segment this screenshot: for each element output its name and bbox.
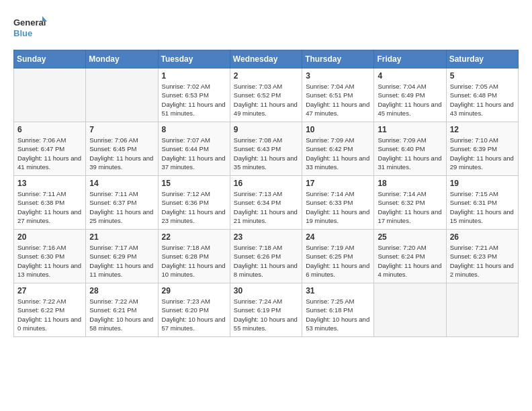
day-info: Sunrise: 7:05 AMSunset: 6:48 PMDaylight:… <box>450 82 515 118</box>
day-info: Sunrise: 7:11 AMSunset: 6:37 PMDaylight:… <box>89 189 154 225</box>
logo: General Blue <box>13 13 47 43</box>
day-info: Sunrise: 7:04 AMSunset: 6:51 PMDaylight:… <box>306 82 370 118</box>
day-info: Sunrise: 7:06 AMSunset: 6:47 PMDaylight:… <box>17 136 82 171</box>
calendar-table: SundayMondayTuesdayWednesdayThursdayFrid… <box>13 50 519 337</box>
day-info: Sunrise: 7:07 AMSunset: 6:44 PMDaylight:… <box>162 136 226 171</box>
day-number: 18 <box>378 179 442 188</box>
calendar-day: 27 Sunrise: 7:22 AMSunset: 6:22 PMDaylig… <box>14 283 86 337</box>
day-info: Sunrise: 7:24 AMSunset: 6:19 PMDaylight:… <box>234 297 298 332</box>
day-number: 8 <box>162 125 226 134</box>
weekday-header-tuesday: Tuesday <box>158 50 230 68</box>
day-info: Sunrise: 7:04 AMSunset: 6:49 PMDaylight:… <box>378 82 442 118</box>
day-info: Sunrise: 7:14 AMSunset: 6:32 PMDaylight:… <box>378 189 442 225</box>
calendar-day: 20 Sunrise: 7:16 AMSunset: 6:30 PMDaylig… <box>14 230 86 283</box>
weekday-header-row: SundayMondayTuesdayWednesdayThursdayFrid… <box>14 50 519 68</box>
day-number: 19 <box>450 179 515 188</box>
day-number: 12 <box>450 125 515 134</box>
calendar-day: 25 Sunrise: 7:20 AMSunset: 6:24 PMDaylig… <box>374 230 446 283</box>
day-number: 5 <box>450 71 515 81</box>
day-number: 9 <box>234 125 298 134</box>
calendar-day <box>14 68 86 122</box>
day-info: Sunrise: 7:16 AMSunset: 6:30 PMDaylight:… <box>17 243 82 279</box>
calendar-day: 1 Sunrise: 7:02 AMSunset: 6:53 PMDayligh… <box>158 68 230 122</box>
day-info: Sunrise: 7:08 AMSunset: 6:43 PMDaylight:… <box>234 136 298 171</box>
day-number: 24 <box>306 232 370 242</box>
day-info: Sunrise: 7:13 AMSunset: 6:34 PMDaylight:… <box>234 189 298 225</box>
calendar-day: 13 Sunrise: 7:11 AMSunset: 6:38 PMDaylig… <box>14 176 86 230</box>
day-info: Sunrise: 7:22 AMSunset: 6:22 PMDaylight:… <box>17 297 82 332</box>
day-info: Sunrise: 7:14 AMSunset: 6:33 PMDaylight:… <box>306 189 370 225</box>
day-info: Sunrise: 7:21 AMSunset: 6:23 PMDaylight:… <box>450 243 515 279</box>
weekday-header-wednesday: Wednesday <box>230 50 302 68</box>
day-number: 6 <box>17 125 82 134</box>
day-number: 20 <box>17 232 82 242</box>
calendar-day: 15 Sunrise: 7:12 AMSunset: 6:36 PMDaylig… <box>158 176 230 230</box>
day-number: 31 <box>306 286 370 295</box>
day-number: 26 <box>450 232 515 242</box>
day-number: 27 <box>17 286 82 295</box>
calendar-day: 7 Sunrise: 7:06 AMSunset: 6:45 PMDayligh… <box>86 122 158 176</box>
day-info: Sunrise: 7:17 AMSunset: 6:29 PMDaylight:… <box>89 243 154 279</box>
logo-svg: General Blue <box>13 13 47 43</box>
calendar-day: 8 Sunrise: 7:07 AMSunset: 6:44 PMDayligh… <box>158 122 230 176</box>
day-info: Sunrise: 7:25 AMSunset: 6:18 PMDaylight:… <box>306 297 370 332</box>
calendar-day: 10 Sunrise: 7:09 AMSunset: 6:42 PMDaylig… <box>302 122 374 176</box>
day-info: Sunrise: 7:22 AMSunset: 6:21 PMDaylight:… <box>89 297 154 332</box>
day-info: Sunrise: 7:18 AMSunset: 6:28 PMDaylight:… <box>162 243 226 279</box>
weekday-header-friday: Friday <box>374 50 446 68</box>
day-info: Sunrise: 7:15 AMSunset: 6:31 PMDaylight:… <box>450 189 515 225</box>
day-number: 15 <box>162 179 226 188</box>
day-info: Sunrise: 7:19 AMSunset: 6:25 PMDaylight:… <box>306 243 370 279</box>
calendar-day: 17 Sunrise: 7:14 AMSunset: 6:33 PMDaylig… <box>302 176 374 230</box>
day-info: Sunrise: 7:23 AMSunset: 6:20 PMDaylight:… <box>162 297 226 332</box>
day-number: 22 <box>162 232 226 242</box>
day-number: 28 <box>89 286 154 295</box>
day-info: Sunrise: 7:10 AMSunset: 6:39 PMDaylight:… <box>450 136 515 171</box>
calendar-day: 5 Sunrise: 7:05 AMSunset: 6:48 PMDayligh… <box>446 68 518 122</box>
day-number: 30 <box>234 286 298 295</box>
day-info: Sunrise: 7:03 AMSunset: 6:52 PMDaylight:… <box>234 82 298 118</box>
day-number: 2 <box>234 71 298 81</box>
calendar-day: 3 Sunrise: 7:04 AMSunset: 6:51 PMDayligh… <box>302 68 374 122</box>
calendar-day: 23 Sunrise: 7:18 AMSunset: 6:26 PMDaylig… <box>230 230 302 283</box>
calendar-day: 4 Sunrise: 7:04 AMSunset: 6:49 PMDayligh… <box>374 68 446 122</box>
weekday-header-saturday: Saturday <box>446 50 518 68</box>
calendar-day: 21 Sunrise: 7:17 AMSunset: 6:29 PMDaylig… <box>86 230 158 283</box>
calendar-day: 16 Sunrise: 7:13 AMSunset: 6:34 PMDaylig… <box>230 176 302 230</box>
calendar-day: 24 Sunrise: 7:19 AMSunset: 6:25 PMDaylig… <box>302 230 374 283</box>
calendar-day: 12 Sunrise: 7:10 AMSunset: 6:39 PMDaylig… <box>446 122 518 176</box>
calendar-day: 18 Sunrise: 7:14 AMSunset: 6:32 PMDaylig… <box>374 176 446 230</box>
weekday-header-monday: Monday <box>86 50 158 68</box>
day-number: 13 <box>17 179 82 188</box>
weekday-header-thursday: Thursday <box>302 50 374 68</box>
calendar-day <box>86 68 158 122</box>
calendar-day: 9 Sunrise: 7:08 AMSunset: 6:43 PMDayligh… <box>230 122 302 176</box>
svg-text:Blue: Blue <box>13 28 32 38</box>
calendar-week-5: 27 Sunrise: 7:22 AMSunset: 6:22 PMDaylig… <box>14 283 519 337</box>
day-info: Sunrise: 7:02 AMSunset: 6:53 PMDaylight:… <box>162 82 226 118</box>
calendar-week-2: 6 Sunrise: 7:06 AMSunset: 6:47 PMDayligh… <box>14 122 519 176</box>
calendar-day: 6 Sunrise: 7:06 AMSunset: 6:47 PMDayligh… <box>14 122 86 176</box>
day-number: 1 <box>162 71 226 81</box>
calendar-day: 2 Sunrise: 7:03 AMSunset: 6:52 PMDayligh… <box>230 68 302 122</box>
day-number: 3 <box>306 71 370 81</box>
day-number: 14 <box>89 179 154 188</box>
page-header: General Blue <box>13 13 519 43</box>
calendar-week-3: 13 Sunrise: 7:11 AMSunset: 6:38 PMDaylig… <box>14 176 519 230</box>
day-info: Sunrise: 7:11 AMSunset: 6:38 PMDaylight:… <box>17 189 82 225</box>
day-number: 29 <box>162 286 226 295</box>
calendar-day <box>446 283 518 337</box>
calendar-day: 19 Sunrise: 7:15 AMSunset: 6:31 PMDaylig… <box>446 176 518 230</box>
day-number: 17 <box>306 179 370 188</box>
day-number: 25 <box>378 232 442 242</box>
day-info: Sunrise: 7:18 AMSunset: 6:26 PMDaylight:… <box>234 243 298 279</box>
calendar-day <box>374 283 446 337</box>
day-number: 16 <box>234 179 298 188</box>
day-number: 7 <box>89 125 154 134</box>
calendar-day: 14 Sunrise: 7:11 AMSunset: 6:37 PMDaylig… <box>86 176 158 230</box>
day-number: 23 <box>234 232 298 242</box>
calendar-day: 28 Sunrise: 7:22 AMSunset: 6:21 PMDaylig… <box>86 283 158 337</box>
calendar-week-1: 1 Sunrise: 7:02 AMSunset: 6:53 PMDayligh… <box>14 68 519 122</box>
calendar-day: 31 Sunrise: 7:25 AMSunset: 6:18 PMDaylig… <box>302 283 374 337</box>
svg-text:General: General <box>13 17 46 28</box>
